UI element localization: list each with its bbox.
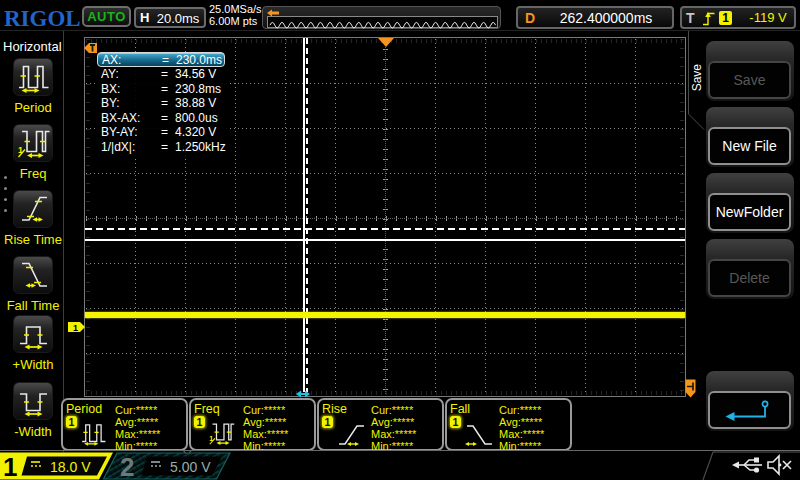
svg-text:5.00 V: 5.00 V [170, 459, 211, 475]
svg-text:1: 1 [3, 452, 17, 480]
svg-text:2: 2 [120, 452, 134, 480]
svg-text:18.0 V: 18.0 V [50, 459, 91, 475]
svg-text:1: 1 [73, 323, 78, 333]
